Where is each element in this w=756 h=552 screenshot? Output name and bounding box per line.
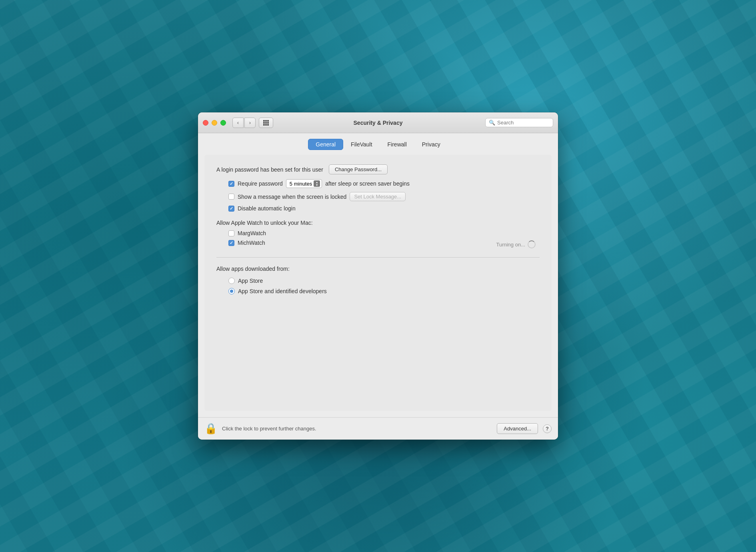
password-timeout-dropdown[interactable]: 5 minutes ▲ ▼ xyxy=(286,179,322,188)
settings-window: ‹ › Security & Privacy 🔍 General FileVau… xyxy=(198,112,558,440)
close-button[interactable] xyxy=(203,120,208,126)
require-password-label: Require password xyxy=(238,180,283,187)
downloads-section: Allow apps downloaded from: App Store Ap… xyxy=(216,266,540,294)
tab-general[interactable]: General xyxy=(308,139,343,150)
minimize-button[interactable] xyxy=(212,120,217,126)
tab-privacy[interactable]: Privacy xyxy=(414,139,448,150)
search-box[interactable]: 🔍 xyxy=(485,118,553,127)
michwatch-full-row: MichWatch Turning on... xyxy=(216,240,540,249)
titlebar: ‹ › Security & Privacy 🔍 xyxy=(198,112,558,133)
nav-buttons: ‹ › xyxy=(232,118,256,128)
appstore-identified-radio-row: App Store and identified developers xyxy=(228,288,540,294)
apple-watch-section: Allow Apple Watch to unlock your Mac: Ma… xyxy=(216,220,540,249)
grid-view-button[interactable] xyxy=(259,118,273,128)
show-message-row: Show a message when the screen is locked… xyxy=(228,192,540,201)
bottom-bar: 🔒 Click the lock to prevent further chan… xyxy=(198,417,558,440)
margwatch-label: MargWatch xyxy=(238,230,266,236)
disable-autologin-row: Disable automatic login xyxy=(228,205,540,212)
traffic-lights xyxy=(203,120,226,126)
appstore-identified-label: App Store and identified developers xyxy=(238,288,327,294)
require-password-row: Require password 5 minutes ▲ ▼ after sle… xyxy=(228,179,540,188)
margwatch-checkbox[interactable] xyxy=(228,230,234,236)
dropdown-arrow-icon: ▲ ▼ xyxy=(314,180,320,187)
section-divider xyxy=(216,257,540,258)
help-button[interactable]: ? xyxy=(543,424,552,433)
password-section: A login password has been set for this u… xyxy=(216,164,540,212)
lock-text: Click the lock to prevent further change… xyxy=(222,426,492,432)
michwatch-label: MichWatch xyxy=(238,240,265,246)
appstore-identified-radio[interactable] xyxy=(228,288,235,294)
zoom-button[interactable] xyxy=(220,120,226,126)
appstore-radio[interactable] xyxy=(228,278,235,284)
password-row: A login password has been set for this u… xyxy=(216,164,540,174)
disable-autologin-label: Disable automatic login xyxy=(238,205,296,212)
apple-watch-heading: Allow Apple Watch to unlock your Mac: xyxy=(216,220,540,226)
tab-firewall[interactable]: Firewall xyxy=(380,139,414,150)
turning-on-indicator: Turning on... xyxy=(496,240,540,248)
password-text: A login password has been set for this u… xyxy=(216,166,323,173)
show-message-label: Show a message when the screen is locked xyxy=(238,194,346,200)
downloads-heading: Allow apps downloaded from: xyxy=(216,266,540,272)
window-title: Security & Privacy xyxy=(354,120,403,126)
grid-icon xyxy=(263,120,269,126)
tab-filevault[interactable]: FileVault xyxy=(343,139,380,150)
search-input[interactable] xyxy=(497,120,550,126)
turning-on-text: Turning on... xyxy=(496,242,525,248)
stepper-arrows: ▲ ▼ xyxy=(316,181,318,186)
search-icon: 🔍 xyxy=(489,120,495,126)
main-content: A login password has been set for this u… xyxy=(204,155,552,411)
password-timeout-value: 5 minutes xyxy=(290,181,312,187)
require-password-checkbox[interactable] xyxy=(228,181,234,187)
appstore-label: App Store xyxy=(238,278,263,284)
michwatch-row: MichWatch xyxy=(228,240,496,246)
show-message-checkbox[interactable] xyxy=(228,194,234,200)
lock-icon[interactable]: 🔒 xyxy=(204,422,217,435)
advanced-button[interactable]: Advanced... xyxy=(497,423,538,434)
michwatch-checkbox[interactable] xyxy=(228,240,234,246)
change-password-button[interactable]: Change Password... xyxy=(329,164,388,174)
back-button[interactable]: ‹ xyxy=(232,118,244,128)
disable-autologin-checkbox[interactable] xyxy=(228,206,234,212)
margwatch-row: MargWatch xyxy=(228,230,540,236)
tab-bar: General FileVault Firewall Privacy xyxy=(198,133,558,155)
loading-spinner xyxy=(528,240,536,248)
appstore-radio-row: App Store xyxy=(228,278,540,284)
set-lock-message-button[interactable]: Set Lock Message... xyxy=(350,192,406,201)
forward-button[interactable]: › xyxy=(244,118,256,128)
require-password-suffix: after sleep or screen saver begins xyxy=(325,180,410,187)
